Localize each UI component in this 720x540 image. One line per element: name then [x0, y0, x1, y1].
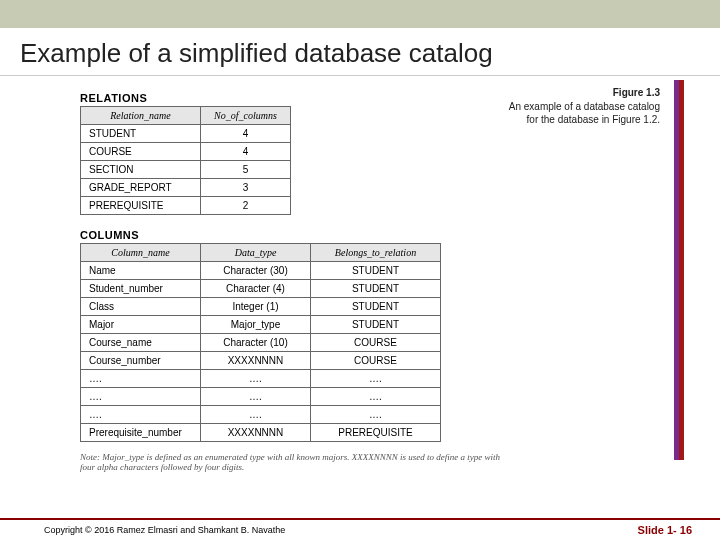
table-cell: GRADE_REPORT [81, 179, 201, 197]
table-row: ….….…. [81, 406, 441, 424]
table-row: ….….…. [81, 370, 441, 388]
table-cell: …. [311, 370, 441, 388]
table-header: Column_name [81, 244, 201, 262]
table-row: COURSE4 [81, 143, 291, 161]
table-row: Course_nameCharacter (10)COURSE [81, 334, 441, 352]
table-row: GRADE_REPORT3 [81, 179, 291, 197]
table-cell: …. [81, 406, 201, 424]
table-cell: STUDENT [311, 280, 441, 298]
table-cell: STUDENT [311, 262, 441, 280]
columns-table: Column_nameData_typeBelongs_to_relation … [80, 243, 441, 442]
table-header: No_of_columns [201, 107, 291, 125]
figure-number: Figure 1.3 [500, 86, 660, 100]
slide-title: Example of a simplified database catalog [0, 28, 720, 75]
table-cell: Major_type [201, 316, 311, 334]
table-cell: Student_number [81, 280, 201, 298]
table-cell: Course_number [81, 352, 201, 370]
figure-caption: Figure 1.3 An example of a database cata… [500, 86, 660, 127]
table-cell: 5 [201, 161, 291, 179]
table-cell: STUDENT [311, 316, 441, 334]
table-cell: STUDENT [311, 298, 441, 316]
content-area: Figure 1.3 An example of a database cata… [0, 80, 720, 472]
table-cell: XXXXNNNN [201, 352, 311, 370]
table-header: Relation_name [81, 107, 201, 125]
table-cell: 3 [201, 179, 291, 197]
divider [0, 75, 720, 76]
table-cell: …. [81, 388, 201, 406]
table-cell: 4 [201, 143, 291, 161]
table-row: STUDENT4 [81, 125, 291, 143]
columns-label: COLUMNS [80, 229, 720, 241]
table-cell: Integer (1) [201, 298, 311, 316]
table-cell: …. [81, 370, 201, 388]
table-cell: …. [311, 388, 441, 406]
table-cell: SECTION [81, 161, 201, 179]
table-row: SECTION5 [81, 161, 291, 179]
table-cell: Character (4) [201, 280, 311, 298]
accent-stripe [674, 80, 684, 460]
table-cell: …. [201, 406, 311, 424]
table-cell: PREREQUISITE [81, 197, 201, 215]
table-row: Student_numberCharacter (4)STUDENT [81, 280, 441, 298]
table-row: ….….…. [81, 388, 441, 406]
table-row: Course_numberXXXXNNNNCOURSE [81, 352, 441, 370]
table-row: ClassInteger (1)STUDENT [81, 298, 441, 316]
table-cell: Name [81, 262, 201, 280]
table-cell: Class [81, 298, 201, 316]
table-cell: …. [311, 406, 441, 424]
table-cell: XXXXNNNN [201, 424, 311, 442]
table-cell: Character (30) [201, 262, 311, 280]
table-row: NameCharacter (30)STUDENT [81, 262, 441, 280]
table-header: Belongs_to_relation [311, 244, 441, 262]
footer: Copyright © 2016 Ramez Elmasri and Shamk… [0, 518, 720, 540]
relations-table: Relation_nameNo_of_columns STUDENT4COURS… [80, 106, 291, 215]
table-header: Data_type [201, 244, 311, 262]
top-bar [0, 0, 720, 28]
table-row: PREREQUISITE2 [81, 197, 291, 215]
copyright-text: Copyright © 2016 Ramez Elmasri and Shamk… [44, 525, 285, 535]
table-cell: STUDENT [81, 125, 201, 143]
table-cell: Prerequisite_number [81, 424, 201, 442]
table-cell: PREREQUISITE [311, 424, 441, 442]
slide-number: Slide 1- 16 [638, 524, 692, 536]
table-cell: COURSE [311, 352, 441, 370]
table-cell: …. [201, 370, 311, 388]
table-cell: COURSE [81, 143, 201, 161]
figure-text: An example of a database catalog for the… [509, 101, 660, 126]
table-cell: Major [81, 316, 201, 334]
table-cell: …. [201, 388, 311, 406]
table-cell: Course_name [81, 334, 201, 352]
note-text: Note: Major_type is defined as an enumer… [80, 452, 500, 472]
table-cell: Character (10) [201, 334, 311, 352]
table-cell: COURSE [311, 334, 441, 352]
table-cell: 4 [201, 125, 291, 143]
table-row: MajorMajor_typeSTUDENT [81, 316, 441, 334]
table-row: Prerequisite_numberXXXXNNNNPREREQUISITE [81, 424, 441, 442]
table-cell: 2 [201, 197, 291, 215]
